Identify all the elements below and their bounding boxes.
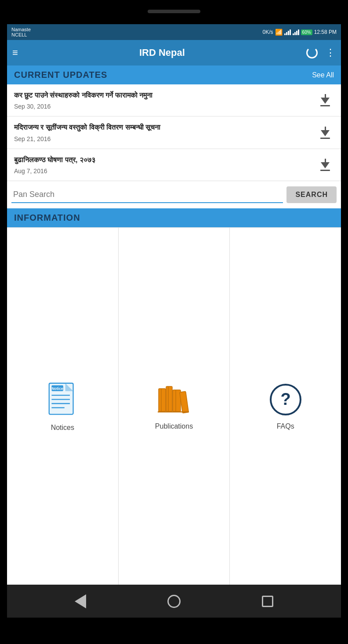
publications-icon [156, 382, 192, 417]
recent-square-icon [262, 596, 273, 607]
update-item-1[interactable]: कर छुट पाउने संस्थाहरुको नविकरण गर्ने फा… [7, 84, 341, 116]
publications-item[interactable]: Publications [119, 228, 230, 585]
time-display: 12:58 PM [314, 29, 337, 35]
hamburger-menu-icon[interactable]: ≡ [12, 47, 18, 58]
current-updates-header: CURRENT UPDATES See All [7, 65, 341, 84]
updates-list: कर छुट पाउने संस्थाहरुको नविकरण गर्ने फा… [7, 84, 341, 181]
update-content-2: मदिराजन्य र सूतींजन्य वस्तुको विक्री वित… [14, 123, 316, 142]
nav-bar [7, 585, 341, 618]
refresh-icon[interactable] [306, 47, 318, 58]
home-button[interactable] [165, 593, 183, 610]
faqs-item[interactable]: ? FAQs [230, 228, 341, 585]
svg-text:?: ? [280, 390, 290, 408]
update-title-3: बुढानिलकण्ठ घोषणा पत्र, २०७३ [14, 155, 312, 165]
information-header: INFORMATION [7, 208, 341, 227]
signal-icon-2 [293, 29, 299, 35]
wifi-icon: 📶 [275, 29, 283, 36]
download-icon-1[interactable] [316, 91, 334, 109]
svg-rect-14 [180, 391, 189, 413]
download-icon-2[interactable] [316, 124, 334, 142]
back-button[interactable] [72, 593, 89, 610]
phone-screen: Namaste NCELL 0K/s 📶 60% [7, 24, 341, 618]
notices-label: Notices [51, 424, 74, 432]
faqs-label: FAQs [277, 422, 294, 430]
update-content-1: कर छुट पाउने संस्थाहरुको नविकरण गर्ने फा… [14, 91, 316, 110]
information-grid: Notice Notices [7, 227, 341, 585]
publications-label: Publications [155, 422, 193, 430]
pan-search-input[interactable] [11, 186, 283, 203]
recent-button[interactable] [259, 593, 276, 610]
search-section: SEARCH [7, 181, 341, 208]
update-date-2: Sep 21, 2016 [14, 135, 312, 142]
svg-text:Notice: Notice [52, 386, 63, 390]
download-icon-3[interactable] [316, 156, 334, 174]
update-title-1: कर छुट पाउने संस्थाहरुको नविकरण गर्ने फा… [14, 91, 312, 100]
status-right: 0K/s 📶 60% 12:58 PM [263, 29, 337, 36]
update-item-3[interactable]: बुढानिलकण्ठ घोषणा पत्र, २०७३ Aug 7, 2016 [7, 149, 341, 181]
status-bar: Namaste NCELL 0K/s 📶 60% [7, 24, 341, 40]
app-title: IRD Nepal [139, 47, 185, 58]
current-updates-title: CURRENT UPDATES [14, 70, 107, 80]
faqs-icon: ? [268, 382, 303, 417]
battery-icon: 60% [301, 29, 312, 35]
signal-icon [284, 29, 291, 35]
update-date-1: Sep 30, 2016 [14, 103, 312, 110]
update-content-3: बुढानिलकण्ठ घोषणा पत्र, २०७३ Aug 7, 2016 [14, 155, 316, 175]
more-options-icon[interactable]: ⋮ [326, 47, 336, 58]
home-circle-icon [167, 595, 181, 608]
notice-icon: Notice [45, 381, 80, 418]
update-item-2[interactable]: मदिराजन्य र सूतींजन्य वस्तुको विक्री वित… [7, 116, 341, 149]
status-carrier: Namaste NCELL [11, 27, 31, 37]
app-bar-actions: ⋮ [306, 47, 336, 58]
back-triangle-icon [75, 594, 86, 608]
see-all-link[interactable]: See All [312, 71, 334, 79]
speed-indicator: 0K/s [263, 29, 273, 35]
search-button[interactable]: SEARCH [286, 186, 337, 203]
information-title: INFORMATION [14, 213, 80, 222]
top-notch [148, 10, 200, 13]
update-title-2: मदिराजन्य र सूतींजन्य वस्तुको विक्री वित… [14, 123, 312, 132]
update-date-3: Aug 7, 2016 [14, 167, 312, 175]
phone-container: Namaste NCELL 0K/s 📶 60% [0, 0, 348, 644]
app-bar: ≡ IRD Nepal ⋮ [7, 40, 341, 65]
svg-rect-8 [159, 389, 166, 411]
svg-rect-10 [166, 386, 172, 411]
notices-item[interactable]: Notice Notices [7, 228, 119, 585]
